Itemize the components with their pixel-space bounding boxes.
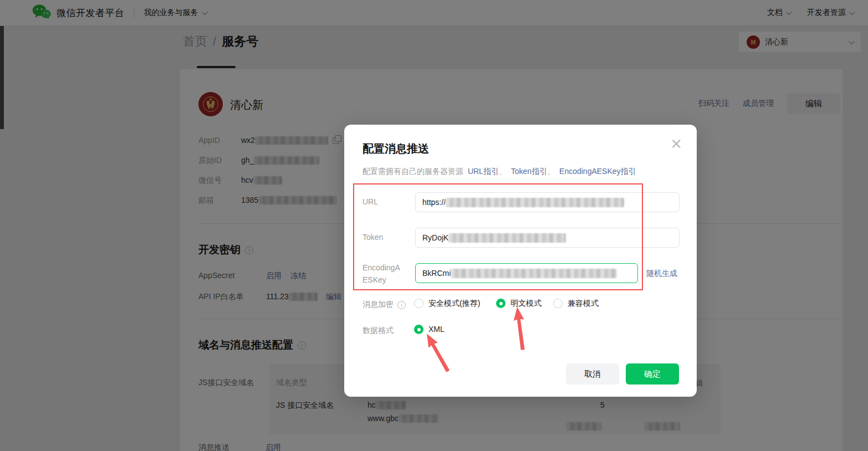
cancel-button[interactable]: 取消	[566, 363, 619, 385]
annotation-highlight-box	[353, 183, 643, 290]
data-format-label: 数据格式	[362, 326, 394, 336]
modal-title: 配置消息推送	[362, 141, 429, 156]
radio-icon[interactable]	[553, 299, 563, 308]
modal-subtitle: 配置需拥有自己的服务器资源 URL指引、 Token指引、 EncodingAE…	[362, 167, 636, 177]
url-guide-link[interactable]: URL指引	[468, 167, 499, 176]
confirm-button[interactable]: 确定	[626, 363, 679, 385]
aeskey-guide-link[interactable]: EncodingAESKey指引	[559, 167, 636, 176]
token-guide-link[interactable]: Token指引	[511, 167, 547, 176]
radio-icon[interactable]	[414, 299, 423, 308]
radio-selected-icon[interactable]	[414, 325, 423, 334]
encryption-label: 消息加密i	[362, 300, 406, 310]
page: 微信开发者平台 我的业务与服务 文档 开发者资源 首页 / 服务号 M 清心新	[0, 0, 868, 451]
random-generate-link[interactable]: 随机生成	[646, 269, 677, 279]
radio-selected-icon[interactable]	[496, 299, 506, 308]
encryption-option-safe[interactable]: 安全模式(推荐)	[414, 298, 480, 309]
encryption-option-compat[interactable]: 兼容模式	[553, 298, 599, 309]
info-icon[interactable]: i	[397, 301, 406, 309]
close-icon[interactable]: ✕	[670, 137, 682, 151]
